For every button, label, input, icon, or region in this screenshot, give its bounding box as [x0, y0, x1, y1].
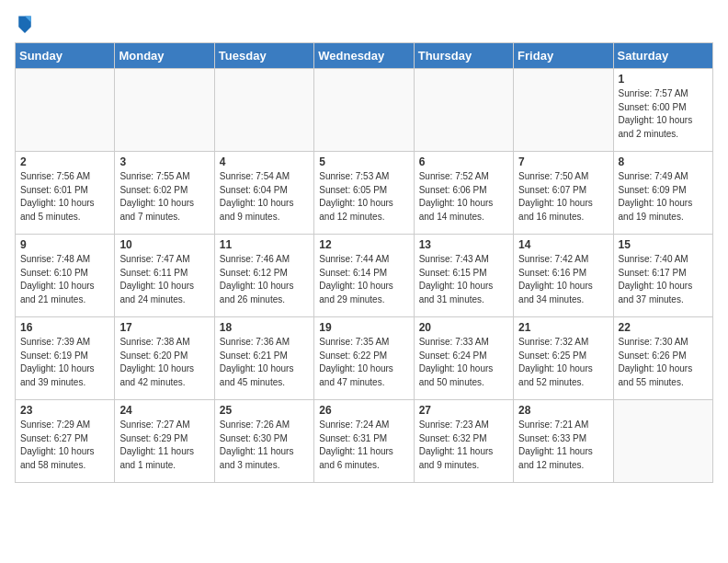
day-number: 20 — [419, 321, 508, 334]
calendar-day-cell: 19Sunrise: 7:35 AM Sunset: 6:22 PM Dayli… — [314, 317, 414, 400]
day-info: Sunrise: 7:27 AM Sunset: 6:29 PM Dayligh… — [119, 419, 209, 472]
calendar-day-cell: 18Sunrise: 7:36 AM Sunset: 6:21 PM Dayli… — [214, 317, 313, 400]
calendar-day-cell: 20Sunrise: 7:33 AM Sunset: 6:24 PM Dayli… — [414, 317, 513, 400]
day-number: 23 — [20, 404, 109, 417]
calendar-day-cell: 24Sunrise: 7:27 AM Sunset: 6:29 PM Dayli… — [115, 400, 214, 483]
day-number: 22 — [619, 321, 708, 334]
calendar-day-cell: 17Sunrise: 7:38 AM Sunset: 6:20 PM Dayli… — [115, 317, 214, 400]
logo — [15, 15, 33, 33]
day-info: Sunrise: 7:30 AM Sunset: 6:26 PM Dayligh… — [619, 336, 708, 389]
calendar-day-cell: 22Sunrise: 7:30 AM Sunset: 6:26 PM Dayli… — [613, 317, 712, 400]
day-info: Sunrise: 7:23 AM Sunset: 6:32 PM Dayligh… — [419, 419, 508, 472]
day-number: 25 — [220, 404, 309, 417]
day-info: Sunrise: 7:56 AM Sunset: 6:01 PM Dayligh… — [20, 170, 109, 224]
day-info: Sunrise: 7:26 AM Sunset: 6:30 PM Dayligh… — [220, 419, 309, 472]
day-info: Sunrise: 7:36 AM Sunset: 6:21 PM Dayligh… — [220, 336, 309, 389]
day-info: Sunrise: 7:35 AM Sunset: 6:22 PM Dayligh… — [319, 336, 408, 389]
day-info: Sunrise: 7:53 AM Sunset: 6:05 PM Dayligh… — [319, 170, 408, 224]
calendar-day-cell: 4Sunrise: 7:54 AM Sunset: 6:04 PM Daylig… — [214, 152, 313, 235]
calendar-header-row: SundayMondayTuesdayWednesdayThursdayFrid… — [16, 43, 713, 69]
calendar-day-cell: 26Sunrise: 7:24 AM Sunset: 6:31 PM Dayli… — [314, 400, 414, 483]
calendar-day-cell — [613, 400, 712, 483]
calendar-day-cell: 16Sunrise: 7:39 AM Sunset: 6:19 PM Dayli… — [16, 317, 115, 400]
day-info: Sunrise: 7:21 AM Sunset: 6:33 PM Dayligh… — [518, 419, 608, 472]
day-info: Sunrise: 7:44 AM Sunset: 6:14 PM Dayligh… — [319, 253, 408, 306]
day-number: 1 — [619, 73, 708, 86]
day-number: 28 — [518, 404, 608, 417]
day-info: Sunrise: 7:50 AM Sunset: 6:07 PM Dayligh… — [518, 170, 608, 224]
day-info: Sunrise: 7:24 AM Sunset: 6:31 PM Dayligh… — [319, 419, 408, 472]
day-number: 4 — [220, 155, 309, 168]
calendar-day-cell: 15Sunrise: 7:40 AM Sunset: 6:17 PM Dayli… — [613, 235, 712, 317]
calendar-day-cell — [314, 69, 414, 152]
calendar-day-cell: 21Sunrise: 7:32 AM Sunset: 6:25 PM Dayli… — [514, 317, 613, 400]
calendar-day-cell: 27Sunrise: 7:23 AM Sunset: 6:32 PM Dayli… — [414, 400, 513, 483]
day-number: 17 — [119, 321, 209, 334]
calendar-day-cell — [16, 69, 115, 152]
day-number: 7 — [518, 155, 608, 168]
day-info: Sunrise: 7:43 AM Sunset: 6:15 PM Dayligh… — [419, 253, 508, 306]
calendar-day-cell: 11Sunrise: 7:46 AM Sunset: 6:12 PM Dayli… — [214, 235, 313, 317]
calendar-day-cell: 14Sunrise: 7:42 AM Sunset: 6:16 PM Dayli… — [514, 235, 613, 317]
calendar-table: SundayMondayTuesdayWednesdayThursdayFrid… — [15, 42, 713, 483]
day-number: 8 — [619, 155, 708, 168]
day-number: 15 — [619, 238, 708, 251]
col-header-wednesday: Wednesday — [314, 43, 414, 69]
calendar-day-cell: 10Sunrise: 7:47 AM Sunset: 6:11 PM Dayli… — [115, 235, 214, 317]
col-header-saturday: Saturday — [613, 43, 712, 69]
day-info: Sunrise: 7:29 AM Sunset: 6:27 PM Dayligh… — [20, 419, 109, 472]
page-header — [15, 15, 713, 33]
day-info: Sunrise: 7:49 AM Sunset: 6:09 PM Dayligh… — [619, 170, 708, 224]
day-info: Sunrise: 7:48 AM Sunset: 6:10 PM Dayligh… — [20, 253, 109, 306]
calendar-day-cell: 6Sunrise: 7:52 AM Sunset: 6:06 PM Daylig… — [414, 152, 513, 235]
day-info: Sunrise: 7:47 AM Sunset: 6:11 PM Dayligh… — [119, 253, 209, 306]
calendar-week-4: 16Sunrise: 7:39 AM Sunset: 6:19 PM Dayli… — [16, 317, 713, 400]
day-info: Sunrise: 7:32 AM Sunset: 6:25 PM Dayligh… — [518, 336, 608, 389]
day-number: 12 — [319, 238, 408, 251]
calendar-day-cell: 25Sunrise: 7:26 AM Sunset: 6:30 PM Dayli… — [214, 400, 313, 483]
calendar-week-5: 23Sunrise: 7:29 AM Sunset: 6:27 PM Dayli… — [16, 400, 713, 483]
day-number: 14 — [518, 238, 608, 251]
calendar-day-cell: 9Sunrise: 7:48 AM Sunset: 6:10 PM Daylig… — [16, 235, 115, 317]
day-info: Sunrise: 7:54 AM Sunset: 6:04 PM Dayligh… — [220, 170, 309, 224]
calendar-day-cell: 5Sunrise: 7:53 AM Sunset: 6:05 PM Daylig… — [314, 152, 414, 235]
day-number: 16 — [20, 321, 109, 334]
day-number: 5 — [319, 155, 408, 168]
calendar-day-cell — [115, 69, 214, 152]
day-info: Sunrise: 7:39 AM Sunset: 6:19 PM Dayligh… — [20, 336, 109, 389]
calendar-day-cell: 3Sunrise: 7:55 AM Sunset: 6:02 PM Daylig… — [115, 152, 214, 235]
col-header-monday: Monday — [115, 43, 214, 69]
day-number: 21 — [518, 321, 608, 334]
calendar-day-cell: 7Sunrise: 7:50 AM Sunset: 6:07 PM Daylig… — [514, 152, 613, 235]
col-header-tuesday: Tuesday — [214, 43, 313, 69]
day-info: Sunrise: 7:38 AM Sunset: 6:20 PM Dayligh… — [119, 336, 209, 389]
calendar-week-3: 9Sunrise: 7:48 AM Sunset: 6:10 PM Daylig… — [16, 235, 713, 317]
col-header-friday: Friday — [514, 43, 613, 69]
calendar-day-cell — [514, 69, 613, 152]
calendar-day-cell: 8Sunrise: 7:49 AM Sunset: 6:09 PM Daylig… — [613, 152, 712, 235]
calendar-day-cell: 23Sunrise: 7:29 AM Sunset: 6:27 PM Dayli… — [16, 400, 115, 483]
calendar-week-2: 2Sunrise: 7:56 AM Sunset: 6:01 PM Daylig… — [16, 152, 713, 235]
day-number: 19 — [319, 321, 408, 334]
day-info: Sunrise: 7:57 AM Sunset: 6:00 PM Dayligh… — [619, 87, 708, 141]
day-number: 18 — [220, 321, 309, 334]
col-header-sunday: Sunday — [16, 43, 115, 69]
day-number: 13 — [419, 238, 508, 251]
calendar-day-cell: 13Sunrise: 7:43 AM Sunset: 6:15 PM Dayli… — [414, 235, 513, 317]
day-info: Sunrise: 7:40 AM Sunset: 6:17 PM Dayligh… — [619, 253, 708, 306]
day-number: 11 — [220, 238, 309, 251]
day-number: 2 — [20, 155, 109, 168]
day-info: Sunrise: 7:33 AM Sunset: 6:24 PM Dayligh… — [419, 336, 508, 389]
day-info: Sunrise: 7:52 AM Sunset: 6:06 PM Dayligh… — [419, 170, 508, 224]
day-number: 9 — [20, 238, 109, 251]
calendar-day-cell — [214, 69, 313, 152]
day-info: Sunrise: 7:55 AM Sunset: 6:02 PM Dayligh… — [119, 170, 209, 224]
day-info: Sunrise: 7:42 AM Sunset: 6:16 PM Dayligh… — [518, 253, 608, 306]
day-number: 6 — [419, 155, 508, 168]
day-number: 27 — [419, 404, 508, 417]
day-info: Sunrise: 7:46 AM Sunset: 6:12 PM Dayligh… — [220, 253, 309, 306]
calendar-day-cell: 1Sunrise: 7:57 AM Sunset: 6:00 PM Daylig… — [613, 69, 712, 152]
calendar-day-cell: 2Sunrise: 7:56 AM Sunset: 6:01 PM Daylig… — [16, 152, 115, 235]
calendar-day-cell — [414, 69, 513, 152]
calendar-day-cell: 28Sunrise: 7:21 AM Sunset: 6:33 PM Dayli… — [514, 400, 613, 483]
